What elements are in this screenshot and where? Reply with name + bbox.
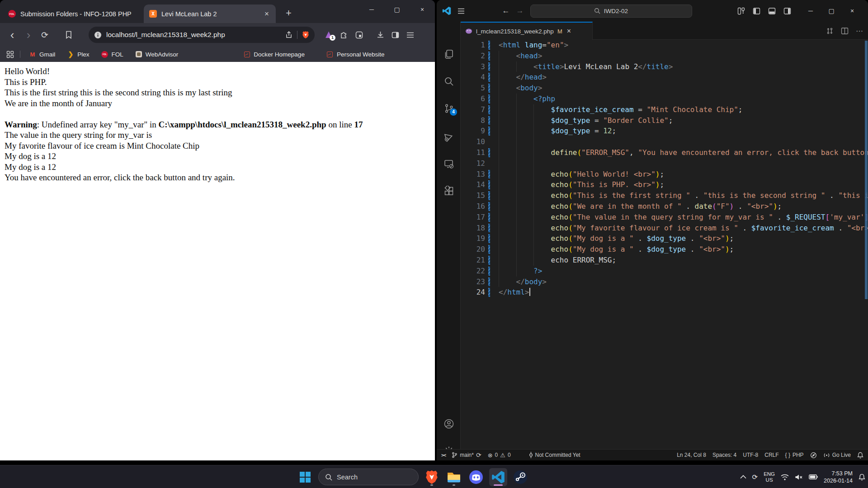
bookmark-webadvisor[interactable]: WebAdvisor <box>135 51 179 58</box>
taskbar-notifications-icon[interactable] <box>859 474 865 481</box>
editor-tab-active[interactable]: l_mclean215318_week2.php M × <box>461 22 593 40</box>
leo-ai-icon[interactable]: 1 <box>325 31 333 39</box>
open-changes-icon[interactable] <box>826 27 834 35</box>
encoding[interactable]: UTF-8 <box>743 452 758 458</box>
bookmark-fol[interactable]: FOL FOL <box>101 51 123 58</box>
site-info-icon[interactable] <box>94 31 102 39</box>
tray-chevron-up-icon[interactable] <box>740 475 746 479</box>
minimize-button[interactable]: ─ <box>800 0 821 22</box>
go-back-icon[interactable]: ← <box>502 6 510 15</box>
code-line[interactable]: 21 echo ERROR_MSG; <box>461 255 868 266</box>
command-center-search[interactable]: IWD2-02 <box>530 5 692 18</box>
code-line[interactable]: 9 $dog_type = 12; <box>461 126 868 136</box>
run-debug-icon[interactable] <box>437 131 461 142</box>
toggle-sidebar-icon[interactable] <box>753 7 760 15</box>
indentation[interactable]: Spaces: 4 <box>712 452 736 458</box>
code-line[interactable]: 1<html lang="en"> <box>461 40 868 51</box>
tab-search-icon[interactable] <box>355 31 363 39</box>
code-line[interactable]: 12 <box>461 158 868 169</box>
code-line[interactable]: 17 echo("The value in the query string f… <box>461 212 868 223</box>
address-bar[interactable]: localhost/l_mclean215318_week2.php <box>89 27 315 43</box>
taskbar-vscode-icon[interactable] <box>489 468 507 486</box>
code-line[interactable]: 6 <?php <box>461 94 868 104</box>
menu-icon[interactable] <box>406 32 414 38</box>
code-line[interactable]: 19 echo("My dog is a " . $dog_type . "<b… <box>461 233 868 244</box>
remote-indicator[interactable]: >< <box>441 452 445 458</box>
go-live-item[interactable]: Go Live <box>823 452 851 458</box>
code-line[interactable]: 3 <title>Levi McLean Lab 2</title> <box>461 61 868 72</box>
maximize-button[interactable]: ▢ <box>384 0 410 19</box>
taskbar-brave-icon[interactable] <box>423 468 441 486</box>
code-line[interactable]: 4 </head> <box>461 72 868 83</box>
taskbar-clock[interactable]: 7:53 PM 2026-01-14 <box>824 470 853 484</box>
sidebar-icon[interactable] <box>392 31 399 39</box>
search-icon[interactable] <box>437 76 461 87</box>
tab-close-icon[interactable]: × <box>263 9 270 19</box>
taskbar-search[interactable]: Search <box>318 469 419 485</box>
bookmark-plex[interactable]: ❯ Plex <box>67 51 89 58</box>
code-line[interactable]: 2 <head> <box>461 51 868 61</box>
code-editor[interactable]: 1<html lang="en">2 <head>3 <title>Levi M… <box>461 40 868 449</box>
browser-tab-submission-folders[interactable]: FOL Submission Folders - INFO-1208 PHP <box>3 5 137 23</box>
apps-grid-icon[interactable] <box>6 51 14 58</box>
language-mode[interactable]: { } PHP <box>785 452 804 458</box>
split-editor-icon[interactable] <box>841 27 849 35</box>
code-line[interactable]: 16 echo("We are in the month of " . date… <box>461 201 868 212</box>
taskbar-steam-icon[interactable] <box>511 468 529 486</box>
toggle-secondary-sidebar-icon[interactable] <box>783 7 791 15</box>
toggle-panel-icon[interactable] <box>768 7 776 15</box>
start-button[interactable] <box>296 468 314 486</box>
cursor-position[interactable]: Ln 24, Col 8 <box>677 452 706 458</box>
language-indicator[interactable]: ENG US <box>764 471 775 483</box>
brave-shield-icon[interactable] <box>302 31 309 39</box>
code-line[interactable]: 13 echo("Hello World! <br>"); <box>461 169 868 180</box>
maximize-button[interactable]: ▢ <box>821 0 842 22</box>
code-line[interactable]: 10 <box>461 136 868 147</box>
bookmark-personal-website[interactable]: Personal Website <box>326 51 385 58</box>
bookmark-docker-homepage[interactable]: Docker Homepage <box>243 51 305 58</box>
explorer-icon[interactable] <box>437 49 461 60</box>
extensions-puzzle-icon[interactable] <box>340 31 348 39</box>
share-icon[interactable] <box>285 31 292 39</box>
minimize-button[interactable]: ─ <box>359 0 384 19</box>
git-branch-item[interactable]: main* ⟳ <box>452 451 481 459</box>
problems-item[interactable]: ⊗ 0 ⚠ 0 <box>488 452 511 459</box>
wifi-icon[interactable] <box>781 474 789 480</box>
publish-sync-icon[interactable]: ⟳ <box>476 451 481 459</box>
code-line[interactable]: 14 echo("This is PHP. <br>"); <box>461 179 868 190</box>
code-line[interactable]: 24</html> <box>461 287 868 298</box>
overview-ruler[interactable] <box>865 41 868 299</box>
new-tab-button[interactable]: + <box>286 8 292 18</box>
commit-status-item[interactable]: Not Committed Yet <box>529 452 580 458</box>
eol-sequence[interactable]: CRLF <box>764 452 778 458</box>
code-line[interactable]: 22 ?> <box>461 266 868 277</box>
downloads-icon[interactable] <box>377 31 384 39</box>
notifications-bell-icon[interactable] <box>857 452 863 459</box>
extensions-icon[interactable] <box>437 186 461 197</box>
source-control-icon[interactable]: 4 <box>437 103 461 114</box>
volume-muted-icon[interactable] <box>795 474 803 480</box>
url-text[interactable]: localhost/l_mclean215318_week2.php <box>106 31 281 39</box>
more-actions-icon[interactable]: ⋯ <box>856 27 863 35</box>
code-line[interactable]: 15 echo("This is the first string " . "t… <box>461 190 868 201</box>
reload-button[interactable]: ⟳ <box>39 30 51 40</box>
code-line[interactable]: 7 $favorite_ice_cream = "Mint Chocolate … <box>461 104 868 115</box>
battery-icon[interactable] <box>809 474 818 479</box>
customize-layout-icon[interactable] <box>737 7 745 15</box>
code-line[interactable]: 5 <body> <box>461 83 868 94</box>
go-forward-icon[interactable]: → <box>516 6 524 15</box>
taskbar-discord-icon[interactable] <box>467 468 485 486</box>
forward-button[interactable]: › <box>23 29 34 41</box>
code-line[interactable]: 18 echo("My favorite flavour of ice crea… <box>461 223 868 234</box>
browser-tab-active[interactable]: X Levi McLean Lab 2 × <box>144 5 276 23</box>
accounts-icon[interactable] <box>437 418 461 429</box>
tray-update-icon[interactable]: ⟳ <box>752 473 758 481</box>
code-line[interactable]: 8 $dog_type = "Border Collie"; <box>461 115 868 126</box>
xdebug-disabled-icon[interactable] <box>810 452 817 459</box>
remote-explorer-icon[interactable] <box>437 159 461 169</box>
tab-close-icon[interactable]: × <box>567 27 571 35</box>
code-line[interactable]: 23 </body> <box>461 277 868 287</box>
close-button[interactable]: × <box>410 0 435 19</box>
code-line[interactable]: 20 echo("My dog is a " . $dog_type . "<b… <box>461 244 868 255</box>
vscode-menu-icon[interactable] <box>458 8 465 14</box>
